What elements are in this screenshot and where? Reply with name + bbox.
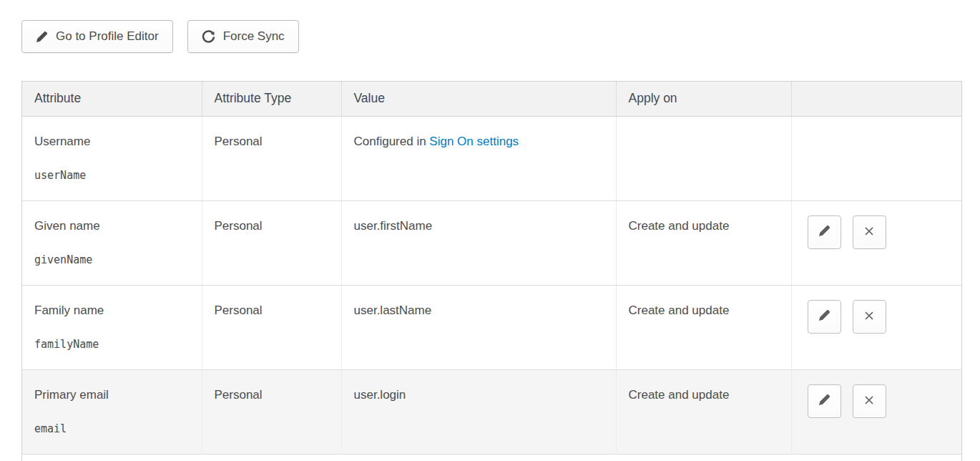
attribute-type-cell: Personal xyxy=(202,285,341,369)
value-cell: user.firstName xyxy=(341,200,616,285)
attribute-label: Family name xyxy=(34,303,195,319)
delete-attribute-button[interactable] xyxy=(853,300,886,334)
apply-on-cell xyxy=(616,116,791,200)
edit-attribute-button[interactable] xyxy=(808,300,841,334)
apply-on-cell: Create and update xyxy=(616,285,791,369)
table-header: Attribute Attribute Type Value Apply on xyxy=(22,82,961,116)
apply-on-cell: Create and update xyxy=(616,200,791,285)
attribute-type-cell: Personal xyxy=(202,200,341,285)
header-value: Value xyxy=(341,82,616,116)
close-icon xyxy=(863,310,875,324)
force-sync-label: Force Sync xyxy=(223,29,285,44)
header-actions xyxy=(791,82,961,116)
actions-cell xyxy=(791,285,961,369)
attribute-variable: givenName xyxy=(34,252,195,268)
pencil-icon xyxy=(818,225,830,239)
table-row-family-name: Family name familyName Personal user.las… xyxy=(22,285,961,369)
table-row-given-name: Given name givenName Personal user.first… xyxy=(22,200,961,285)
value-prefix-text: Configured in xyxy=(354,135,430,148)
actions-cell xyxy=(791,200,961,285)
value-cell: user.login xyxy=(341,369,616,454)
attribute-cell: Given name givenName xyxy=(22,200,202,285)
refresh-icon xyxy=(202,30,215,44)
table-row-empty xyxy=(22,454,961,461)
attribute-label: Username xyxy=(34,134,195,150)
attribute-label: Given name xyxy=(34,218,195,234)
attribute-type-cell: Personal xyxy=(202,369,341,454)
close-icon xyxy=(863,225,875,239)
attribute-type-cell: Personal xyxy=(202,116,341,200)
edit-attribute-button[interactable] xyxy=(808,384,841,418)
close-icon xyxy=(863,394,875,408)
attribute-cell: Username userName xyxy=(22,116,202,200)
header-attribute: Attribute xyxy=(22,82,202,116)
attribute-mappings-table: Attribute Attribute Type Value Apply on … xyxy=(22,82,961,461)
go-to-profile-editor-label: Go to Profile Editor xyxy=(56,29,159,44)
edit-attribute-button[interactable] xyxy=(808,215,841,249)
attribute-variable: userName xyxy=(34,168,195,183)
toolbar: Go to Profile Editor Force Sync xyxy=(21,20,980,53)
attribute-mappings-table-container: Attribute Attribute Type Value Apply on … xyxy=(21,81,962,461)
pencil-icon xyxy=(818,394,830,408)
actions-cell xyxy=(791,116,961,200)
attribute-variable: email xyxy=(34,421,195,437)
attribute-variable: familyName xyxy=(34,336,195,352)
empty-cell xyxy=(22,454,961,461)
pencil-icon xyxy=(36,31,48,43)
force-sync-button[interactable]: Force Sync xyxy=(187,20,299,53)
value-cell: user.lastName xyxy=(341,285,616,369)
sign-on-settings-link[interactable]: Sign On settings xyxy=(429,135,519,148)
attribute-cell: Primary email email xyxy=(22,369,202,454)
pencil-icon xyxy=(818,309,830,324)
header-attribute-type: Attribute Type xyxy=(202,82,341,116)
delete-attribute-button[interactable] xyxy=(853,215,886,249)
header-apply-on: Apply on xyxy=(616,82,791,116)
apply-on-cell: Create and update xyxy=(616,369,791,454)
attribute-label: Primary email xyxy=(34,387,195,403)
delete-attribute-button[interactable] xyxy=(853,384,886,418)
table-row-primary-email: Primary email email Personal user.login … xyxy=(22,369,961,454)
go-to-profile-editor-button[interactable]: Go to Profile Editor xyxy=(21,20,173,53)
value-cell: Configured in Sign On settings xyxy=(341,116,616,200)
actions-cell xyxy=(791,369,961,454)
table-row-username: Username userName Personal Configured in… xyxy=(22,116,961,200)
attribute-cell: Family name familyName xyxy=(22,285,202,369)
